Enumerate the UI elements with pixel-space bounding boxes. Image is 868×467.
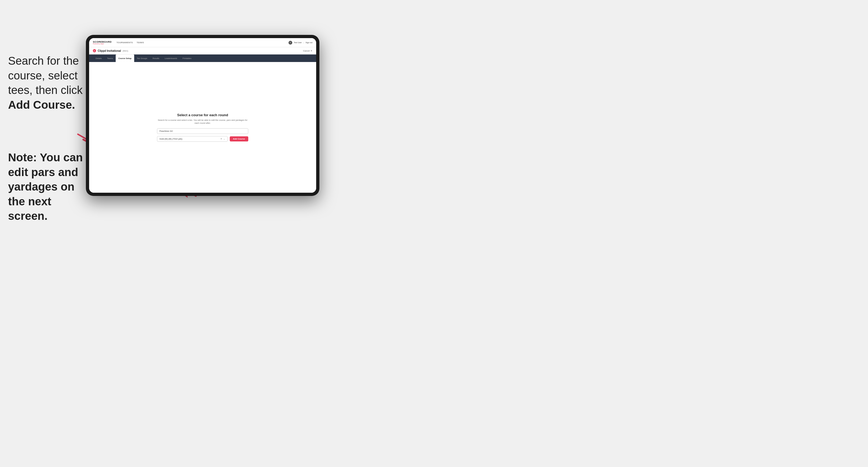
nav-tournaments[interactable]: TOURNAMENTS (117, 41, 133, 44)
cancel-button[interactable]: Cancel ✕ (303, 50, 312, 52)
nav-right: T Test User | Sign out (288, 41, 312, 44)
tab-printables[interactable]: Printables (180, 55, 194, 62)
tee-clear[interactable]: ✕ (220, 138, 222, 140)
tab-details[interactable]: Details (93, 55, 104, 62)
tab-tee-groups[interactable]: Tee Groups (134, 55, 150, 62)
tournament-subtitle: (Men) (123, 50, 128, 52)
tab-results[interactable]: Results (150, 55, 162, 62)
panel-desc: Search for a course and select a tee. Yo… (157, 119, 248, 125)
nav-teams[interactable]: TEAMS (136, 41, 144, 44)
tab-bar: Details Teams Course Setup Tee Groups Re… (89, 55, 316, 62)
course-select-panel: Select a course for each round Search fo… (157, 113, 248, 142)
panel-title: Select a course for each round (177, 113, 228, 117)
top-nav: SCOREBOARD Powered by clippd TOURNAMENTS… (89, 38, 316, 47)
tee-select[interactable]: Gold (M) (M) (7010 yds) ✕ ⌄ (157, 136, 227, 142)
tournament-title: Clippd Invitational (98, 50, 121, 52)
tablet-screen: SCOREBOARD Powered by clippd TOURNAMENTS… (89, 38, 316, 193)
tab-leaderboards[interactable]: Leaderboards (162, 55, 180, 62)
annotation-note: Note: You can edit pars and yardages on … (8, 150, 83, 224)
username: Test User (294, 41, 302, 43)
tab-course-setup[interactable]: Course Setup (116, 55, 134, 62)
tee-select-row: Gold (M) (M) (7010 yds) ✕ ⌄ Add Course (157, 136, 248, 142)
main-content: Select a course for each round Search fo… (89, 62, 316, 193)
tab-teams[interactable]: Teams (104, 55, 116, 62)
tee-value: Gold (M) (M) (7010 yds) (159, 138, 182, 140)
user-avatar: T (288, 41, 292, 44)
add-course-button[interactable]: Add Course (230, 136, 248, 142)
signout-link[interactable]: Sign out (305, 41, 312, 43)
logo: SCOREBOARD Powered by clippd (93, 41, 112, 44)
tee-expand[interactable]: ⌄ (223, 138, 225, 140)
clippd-icon: C (93, 49, 96, 52)
tournament-title-area: C Clippd Invitational (Men) (93, 49, 128, 52)
tournament-header: C Clippd Invitational (Men) Cancel ✕ (89, 47, 316, 55)
course-search-input[interactable] (157, 128, 248, 134)
tablet-device: SCOREBOARD Powered by clippd TOURNAMENTS… (86, 35, 319, 196)
nav-links: TOURNAMENTS TEAMS (117, 41, 288, 44)
annotation-text: Search for the course, select tees, then… (8, 54, 83, 112)
